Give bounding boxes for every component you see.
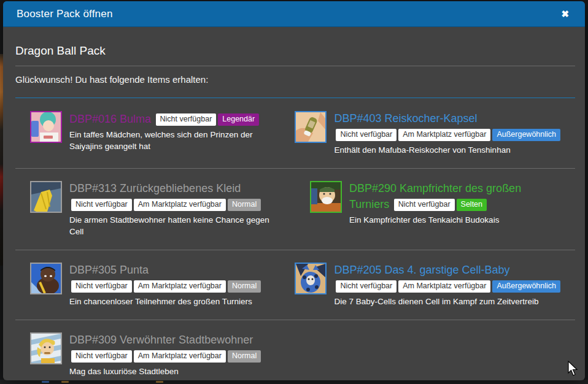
marketplace-badge: Am Marktplatz verfügbar <box>134 350 226 363</box>
row-divider <box>15 320 575 320</box>
item-description: Die armen Stadtbewohner hatten keine Cha… <box>69 214 280 237</box>
availability-badge: Nicht verfügbar <box>336 129 397 141</box>
item-title: DBP#313 Zurückgebliebenes Kleid <box>69 182 241 194</box>
item-description: Ein taffes Mädchen, welches sich den Pri… <box>69 129 265 152</box>
item-thumbnail <box>295 263 327 294</box>
background-dot <box>42 381 49 383</box>
availability-badge: Nicht verfügbar <box>394 199 455 211</box>
booster-pack-modal: Booster Pack öffnen ✖ Dragon Ball Pack G… <box>3 1 585 380</box>
item-title: DBP#016 Bulma <box>69 113 151 125</box>
item-thumbnail <box>30 111 62 143</box>
background-dot <box>156 381 163 383</box>
rarity-badge: Selten <box>457 199 487 211</box>
item-badges: Nicht verfügbarSelten <box>392 196 487 211</box>
items-row: DBP#016 Bulma Nicht verfügbarLegendär Ei… <box>15 111 575 156</box>
items-row: DBP#313 Zurückgebliebenes Kleid Nicht ve… <box>15 181 575 237</box>
item-thumbnail <box>295 111 327 143</box>
modal-title: Booster Pack öffnen <box>17 8 113 20</box>
marketplace-badge: Am Marktplatz verfügbar <box>398 280 490 293</box>
item-description: Enthält den Mafuba-Reiskocher von Tenshi… <box>334 144 560 156</box>
availability-badge: Nicht verfügbar <box>336 280 397 293</box>
pack-item: DBP#016 Bulma Nicht verfügbarLegendär Ei… <box>30 111 265 156</box>
modal-body: Dragon Ball Pack Glückwunsch! Du hast fo… <box>3 44 585 380</box>
item-title: DBP#403 Reiskocher-Kapsel <box>334 112 477 125</box>
pack-title: Dragon Ball Pack <box>15 44 575 58</box>
capsule-item-image <box>296 112 325 142</box>
item-badges: Nicht verfügbarAm Marktplatz verfügbarAu… <box>334 126 560 141</box>
pack-item: DBP#403 Reiskocher-Kapsel Nicht verfügba… <box>295 111 560 156</box>
item-title: DBP#205 Das 4. garstige Cell-Baby <box>334 264 509 276</box>
pack-item: DBP#205 Das 4. garstige Cell-Baby Nicht … <box>295 263 560 307</box>
close-icon[interactable]: ✖ <box>559 7 571 21</box>
rarity-badge: Normal <box>228 350 261 363</box>
row-divider <box>15 168 575 169</box>
availability-badge: Nicht verfügbar <box>71 350 132 363</box>
rarity-badge: Außergewöhnlich <box>492 280 560 293</box>
rarity-badge: Außergewöhnlich <box>492 129 560 141</box>
item-thumbnail <box>30 263 62 294</box>
empty-grid-cell <box>310 332 560 377</box>
item-description: Ein Kampfrichter des Tenkaichi Budokais <box>349 214 560 226</box>
dress-item-image <box>31 182 61 212</box>
item-badges: Nicht verfügbarAm Marktplatz verfügbarNo… <box>69 196 261 211</box>
rarity-badge: Normal <box>228 280 261 293</box>
cell-baby-portrait-image <box>296 264 325 293</box>
background-bottom-fragment <box>0 380 588 384</box>
punta-portrait-image <box>31 264 61 293</box>
item-description: Ein chancenloser Teilnehmer des großen T… <box>69 296 265 307</box>
rarity-badge: Normal <box>228 199 261 211</box>
pack-item: DBP#305 Punta Nicht verfügbarAm Marktpla… <box>30 263 265 307</box>
pack-item: DBP#290 Kampfrichter des großen Turniers… <box>310 181 560 237</box>
referee-portrait-image <box>311 182 341 212</box>
modal-header: Booster Pack öffnen ✖ <box>3 1 585 27</box>
item-title: DBP#305 Punta <box>69 264 149 276</box>
townsman-portrait-image <box>31 334 61 363</box>
row-divider <box>15 250 575 250</box>
item-badges: Nicht verfügbarAm Marktplatz verfügbarAu… <box>334 278 560 293</box>
item-badges: Nicht verfügbarAm Marktplatz verfügbarNo… <box>69 348 261 363</box>
availability-badge: Nicht verfügbar <box>156 113 217 126</box>
pack-item: DBP#313 Zurückgebliebenes Kleid Nicht ve… <box>30 181 280 237</box>
marketplace-badge: Am Marktplatz verfügbar <box>398 129 490 141</box>
item-badges: Nicht verfügbarAm Marktplatz verfügbarNo… <box>69 278 261 293</box>
mouse-cursor <box>568 361 578 377</box>
items-row: DBP#305 Punta Nicht verfügbarAm Marktpla… <box>15 263 575 307</box>
item-badges: Nicht verfügbarLegendär <box>154 111 260 126</box>
items-row: DBP#309 Verwöhnter Stadtbewohner Nicht v… <box>15 332 575 377</box>
marketplace-badge: Am Marktplatz verfügbar <box>134 280 226 293</box>
marketplace-badge: Am Marktplatz verfügbar <box>134 199 226 211</box>
item-thumbnail <box>30 332 62 364</box>
availability-badge: Nicht verfügbar <box>71 280 132 293</box>
item-description: Mag das luxuriöse Stadtleben <box>69 366 280 377</box>
item-title: DBP#309 Verwöhnter Stadtbewohner <box>69 334 253 346</box>
divider <box>15 66 575 66</box>
congrats-text: Glückwunsch! Du hast folgende Items erha… <box>15 74 575 85</box>
bulma-portrait-image <box>31 112 61 142</box>
item-description: Die 7 Baby-Cells dienen Cell im Kampf zu… <box>334 296 560 307</box>
background-dot <box>61 381 69 383</box>
divider-blue <box>15 98 575 98</box>
availability-badge: Nicht verfügbar <box>71 199 132 211</box>
rarity-badge: Legendär <box>218 113 259 126</box>
item-thumbnail <box>30 181 62 213</box>
pack-item: DBP#309 Verwöhnter Stadtbewohner Nicht v… <box>30 332 280 377</box>
item-thumbnail <box>310 181 342 213</box>
